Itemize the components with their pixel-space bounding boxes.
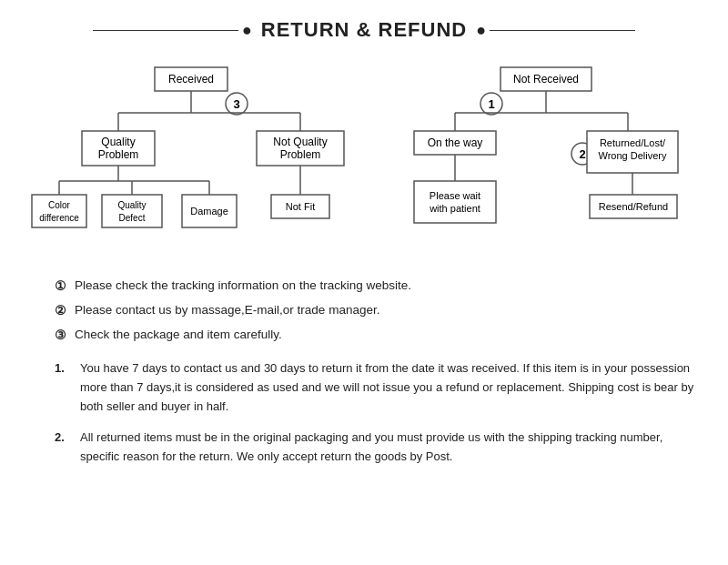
note-text-2: Please contact us by massage,E-mail,or t… bbox=[75, 301, 379, 319]
svg-text:Defect: Defect bbox=[119, 213, 146, 223]
svg-text:Please wait: Please wait bbox=[430, 190, 480, 201]
svg-text:3: 3 bbox=[233, 97, 239, 111]
rule-num-2: 2. bbox=[55, 429, 75, 448]
svg-text:Not  Received: Not Received bbox=[513, 73, 579, 86]
title-dot-right: ● bbox=[476, 21, 486, 40]
title-line-right bbox=[490, 30, 635, 31]
rule-text-2: All returned items must be in the origin… bbox=[80, 429, 701, 467]
svg-text:Problem: Problem bbox=[98, 148, 139, 161]
svg-text:Damage: Damage bbox=[190, 206, 228, 217]
rules-section: 1. You have 7 days to contact us and 30 … bbox=[27, 359, 701, 467]
note-item-2: ② Please contact us by massage,E-mail,or… bbox=[55, 301, 701, 320]
flowchart: Received 3 Quality Problem Not Quality P… bbox=[27, 58, 701, 267]
svg-text:Received: Received bbox=[168, 73, 214, 86]
page-title: RETURN & REFUND bbox=[261, 18, 467, 42]
note-num-3: ③ bbox=[55, 326, 71, 345]
note-num-1: ① bbox=[55, 277, 71, 296]
svg-text:1: 1 bbox=[488, 97, 494, 111]
svg-text:Not Quality: Not Quality bbox=[273, 136, 327, 148]
note-item-1: ① Please check the tracking information … bbox=[55, 277, 701, 296]
rule-item-1: 1. You have 7 days to contact us and 30 … bbox=[55, 359, 701, 416]
page-title-bar: ● RETURN & REFUND ● bbox=[27, 18, 701, 42]
rule-item-2: 2. All returned items must be in the ori… bbox=[55, 429, 701, 467]
svg-text:Wrong Delivery: Wrong Delivery bbox=[599, 150, 667, 161]
svg-text:Color: Color bbox=[48, 200, 71, 210]
title-dot-left: ● bbox=[242, 21, 252, 40]
svg-text:Resend/Refund: Resend/Refund bbox=[599, 201, 668, 212]
note-text-3: Check the package and item carefully. bbox=[75, 326, 282, 344]
svg-text:Not Fit: Not Fit bbox=[286, 201, 315, 212]
svg-text:Returned/Lost/: Returned/Lost/ bbox=[600, 137, 666, 148]
notes-section: ① Please check the tracking information … bbox=[27, 277, 701, 345]
note-item-3: ③ Check the package and item carefully. bbox=[55, 326, 701, 345]
svg-text:Quality: Quality bbox=[117, 200, 146, 210]
svg-text:2: 2 bbox=[579, 147, 585, 161]
svg-text:Problem: Problem bbox=[280, 148, 321, 161]
svg-text:Quality: Quality bbox=[101, 136, 135, 148]
svg-text:difference: difference bbox=[39, 213, 79, 223]
rule-text-1: You have 7 days to contact us and 30 day… bbox=[80, 359, 701, 416]
title-line-left bbox=[93, 30, 238, 31]
note-text-1: Please check the tracking information on… bbox=[75, 277, 411, 295]
svg-rect-46 bbox=[414, 181, 496, 223]
svg-text:On the way: On the way bbox=[428, 136, 483, 149]
note-num-2: ② bbox=[55, 301, 71, 320]
svg-text:with patient: with patient bbox=[429, 203, 480, 214]
rule-num-1: 1. bbox=[55, 359, 75, 378]
